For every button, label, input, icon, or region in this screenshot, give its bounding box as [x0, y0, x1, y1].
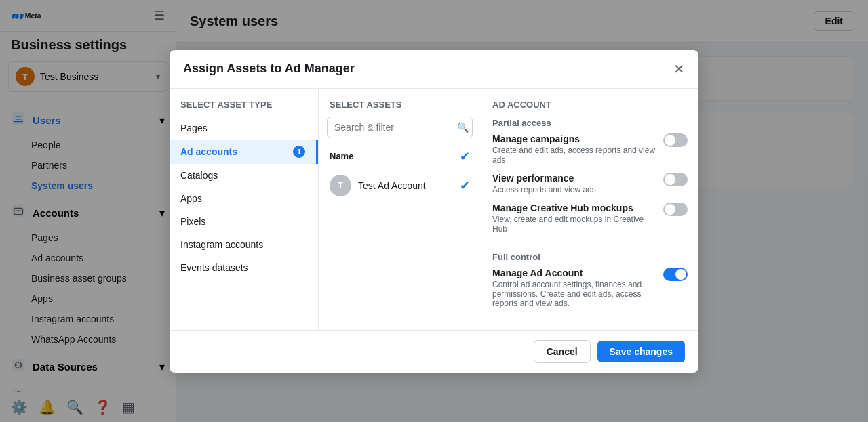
- permissions-col-header: Ad Account: [492, 100, 688, 110]
- permission-name-manage-campaigns: Manage campaigns: [492, 133, 658, 144]
- permission-desc-view-performance: Access reports and view ads: [492, 185, 596, 194]
- asset-name: Test Ad Account: [358, 180, 453, 191]
- check-all-icon[interactable]: ✔: [460, 149, 470, 164]
- search-icon: 🔍: [457, 122, 469, 133]
- save-changes-button[interactable]: Save changes: [597, 341, 685, 362]
- assets-name-header: Name: [330, 151, 353, 161]
- modal-overlay: Assign Assets to Ad Manager ✕ Select ass…: [0, 0, 868, 422]
- partial-access-title: Partial access: [492, 118, 688, 128]
- permission-manage-ad-account: Manage Ad Account Control ad account set…: [492, 268, 688, 308]
- asset-type-instagram[interactable]: Instagram accounts: [170, 233, 318, 256]
- select-assets-column: Select assets 🔍 Name ✔ T Test Ad Account…: [319, 89, 481, 330]
- asset-type-apps[interactable]: Apps: [170, 187, 318, 210]
- permission-desc-manage-ad-account: Control ad account settings, finances an…: [492, 280, 658, 308]
- permission-manage-campaigns: Manage campaigns Create and edit ads, ac…: [492, 133, 688, 165]
- permission-creative-hub: Manage Creative Hub mockups View, create…: [492, 203, 688, 234]
- permission-name-creative-hub: Manage Creative Hub mockups: [492, 203, 658, 213]
- asset-type-pages[interactable]: Pages: [170, 117, 318, 140]
- permission-name-manage-ad-account: Manage Ad Account: [492, 268, 658, 278]
- modal-body: Select asset type Pages Ad accounts 1 Ca…: [170, 89, 698, 330]
- cancel-button[interactable]: Cancel: [534, 340, 591, 363]
- asset-type-ad-accounts[interactable]: Ad accounts 1: [170, 140, 318, 164]
- asset-type-col-header: Select asset type: [170, 100, 318, 117]
- modal-footer: Cancel Save changes: [170, 330, 698, 373]
- permission-desc-creative-hub: View, create and edit mockups in Creativ…: [492, 215, 658, 234]
- assign-assets-modal: Assign Assets to Ad Manager ✕ Select ass…: [170, 50, 698, 373]
- search-box: 🔍: [327, 117, 473, 138]
- asset-type-catalogs[interactable]: Catalogs: [170, 164, 318, 187]
- search-input[interactable]: [334, 122, 453, 133]
- asset-type-events[interactable]: Events datasets: [170, 256, 318, 279]
- select-assets-col-header: Select assets: [319, 89, 481, 117]
- toggle-manage-campaigns[interactable]: [663, 133, 688, 147]
- toggle-manage-ad-account[interactable]: [663, 268, 688, 281]
- list-item[interactable]: T Test Ad Account ✔: [319, 168, 481, 203]
- permission-desc-manage-campaigns: Create and edit ads, access reports and …: [492, 146, 658, 165]
- toggle-view-performance[interactable]: [663, 173, 688, 186]
- assets-list-header: Name ✔: [319, 145, 481, 168]
- divider: [492, 245, 688, 245]
- asset-avatar: T: [330, 175, 351, 196]
- permission-view-performance: View performance Access reports and view…: [492, 173, 688, 194]
- ad-accounts-badge: 1: [293, 146, 305, 158]
- modal-header: Assign Assets to Ad Manager ✕: [170, 50, 698, 89]
- modal-close-button[interactable]: ✕: [673, 61, 685, 77]
- check-selected-icon: ✔: [460, 178, 470, 193]
- modal-title: Assign Assets to Ad Manager: [183, 62, 355, 76]
- permissions-column: Ad Account Partial access Manage campaig…: [481, 89, 698, 330]
- asset-type-column: Select asset type Pages Ad accounts 1 Ca…: [170, 89, 319, 330]
- asset-type-pixels[interactable]: Pixels: [170, 210, 318, 233]
- full-control-title: Full control: [492, 252, 688, 262]
- partial-access-group: Partial access Manage campaigns Create a…: [492, 118, 688, 234]
- full-control-group: Full control Manage Ad Account Control a…: [492, 252, 688, 308]
- permission-name-view-performance: View performance: [492, 173, 596, 184]
- toggle-creative-hub[interactable]: [663, 203, 688, 216]
